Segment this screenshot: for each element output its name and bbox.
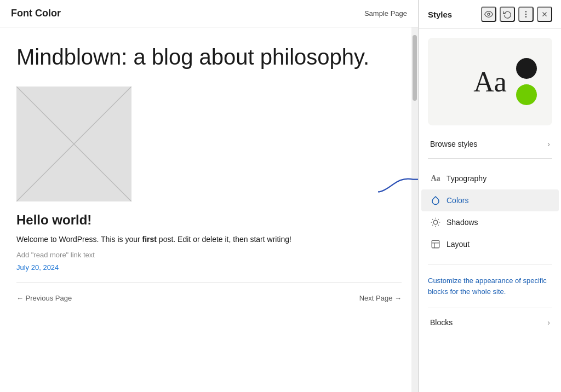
shadows-item-left: Shadows [430, 217, 478, 228]
blocks-label: Blocks [430, 318, 453, 327]
colors-label: Colors [446, 196, 468, 205]
style-preview-card: Aa [428, 38, 552, 125]
styles-header: Styles [419, 0, 561, 29]
blog-title: Mindblown: a blog about philosophy. [16, 44, 402, 70]
page-title: Font Color [11, 8, 61, 19]
excerpt-text2: post. Edit or delete it, then start writ… [157, 235, 291, 244]
typography-label: Typography [446, 174, 486, 183]
more-options-icon[interactable] [518, 7, 534, 22]
svg-line-13 [432, 219, 433, 220]
layout-item[interactable]: Layout [421, 233, 559, 255]
dot-green [516, 84, 537, 105]
colors-icon [430, 195, 441, 206]
post-title: Hello world! [16, 212, 402, 228]
style-preview-dots [516, 58, 537, 105]
preview-area: Font Color Sample Page Mindblown: a blog… [0, 0, 419, 392]
blocks-chevron: › [547, 318, 550, 327]
browse-styles-item[interactable]: Browse styles › [421, 134, 559, 154]
styles-panel-title: Styles [428, 10, 452, 19]
history-icon[interactable] [500, 7, 515, 22]
placeholder-image [16, 87, 131, 201]
layout-item-left: Layout [430, 239, 470, 250]
preview-content: Mindblown: a blog about philosophy. Hell… [0, 27, 418, 392]
scrollbar[interactable] [411, 27, 418, 392]
svg-point-6 [525, 14, 526, 14]
style-preview-text: Aa [473, 66, 507, 98]
sample-page-label: Sample Page [364, 9, 407, 18]
read-more-link[interactable]: Add "read more" link text [16, 251, 402, 259]
prev-page[interactable]: ← Previous Page [16, 294, 72, 302]
svg-line-18 [438, 219, 439, 220]
svg-rect-19 [432, 240, 439, 248]
svg-point-4 [488, 13, 490, 15]
styles-menu: Aa Typography Colors [419, 163, 561, 260]
shadows-icon [430, 217, 441, 228]
shadows-item[interactable]: Shadows [421, 211, 559, 233]
divider-2 [428, 264, 552, 264]
typography-item[interactable]: Aa Typography [421, 168, 559, 189]
post-date: July 20, 2024 [16, 263, 402, 272]
typography-item-left: Aa Typography [430, 173, 486, 184]
customize-text: Customize the appearance of specific blo… [419, 269, 561, 303]
svg-line-14 [438, 225, 439, 226]
layout-label: Layout [446, 240, 470, 249]
blocks-item[interactable]: Blocks › [421, 313, 559, 332]
next-page[interactable]: Next Page → [359, 294, 402, 302]
colors-item[interactable]: Colors [421, 189, 559, 211]
post-excerpt: Welcome to WordPress. This is your first… [16, 233, 402, 245]
shadows-label: Shadows [446, 218, 478, 227]
excerpt-link[interactable]: first [142, 235, 157, 244]
typography-icon: Aa [430, 173, 441, 184]
svg-point-5 [525, 11, 526, 12]
divider-1 [428, 158, 552, 159]
layout-icon [430, 239, 441, 250]
colors-item-left: Colors [430, 195, 468, 206]
pagination: ← Previous Page Next Page → [16, 283, 402, 308]
eye-icon[interactable] [481, 7, 496, 22]
browse-styles-label: Browse styles [430, 140, 477, 148]
styles-panel: Styles [419, 0, 561, 392]
dot-black [516, 58, 537, 79]
excerpt-text1: Welcome to WordPress. This is your [16, 235, 142, 244]
browse-styles-chevron: › [547, 140, 550, 148]
preview-topbar: Font Color Sample Page [0, 0, 418, 27]
close-icon[interactable] [537, 7, 552, 22]
header-icons [481, 7, 552, 22]
svg-line-17 [432, 225, 433, 226]
svg-point-10 [433, 220, 438, 224]
scrollbar-thumb[interactable] [413, 35, 417, 101]
svg-point-7 [525, 16, 526, 17]
divider-3 [428, 308, 552, 308]
